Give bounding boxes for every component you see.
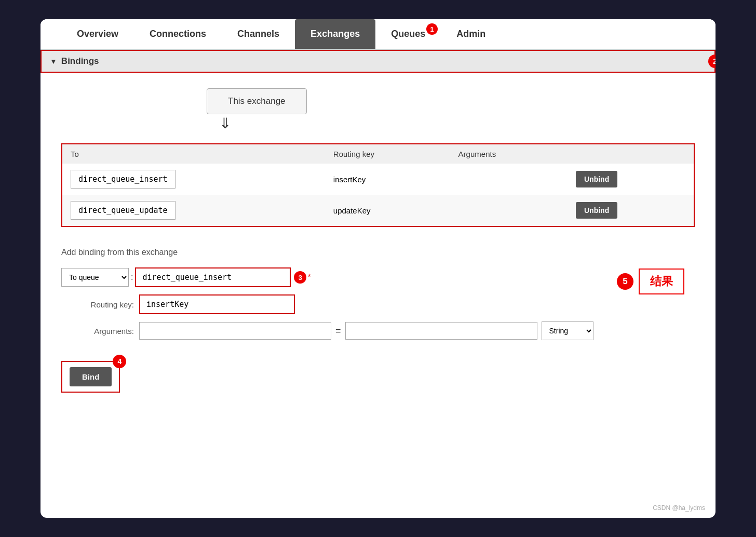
required-star: *: [307, 273, 310, 282]
bindings-title: Bindings: [61, 56, 99, 66]
nav-exchanges[interactable]: Exchanges: [295, 19, 375, 49]
unbind-cell-2: Unbind: [568, 195, 694, 226]
col-header-routing-key: Routing key: [325, 144, 450, 164]
unbind-button-2[interactable]: Unbind: [576, 202, 617, 219]
arguments-type-select[interactable]: String Number Boolean: [542, 321, 593, 340]
queue-cell-1: direct_queue_insert: [62, 164, 325, 195]
queues-badge: 1: [426, 23, 438, 35]
queue-cell-2: direct_queue_update: [62, 195, 325, 226]
add-binding-section: Add binding from this exchange To queue …: [61, 248, 695, 393]
routing-key-label: Routing key:: [61, 300, 134, 309]
col-header-action: [568, 144, 694, 164]
equals-sign: =: [335, 326, 341, 337]
routing-key-row: Routing key:: [61, 294, 695, 314]
nav-channels[interactable]: Channels: [222, 19, 295, 49]
destination-type-select[interactable]: To queue To exchange: [61, 268, 129, 287]
colon-separator: :: [131, 273, 133, 282]
bindings-badge: 2: [708, 55, 716, 68]
add-binding-title: Add binding from this exchange: [61, 248, 695, 257]
queue-name-input[interactable]: [135, 267, 291, 287]
step-3-badge: 3: [294, 271, 306, 284]
bindings-table: To Routing key Arguments direct_queue_in…: [62, 144, 694, 226]
exchange-box: This exchange: [207, 88, 307, 114]
result-section: 5 结果: [617, 268, 684, 294]
bindings-diagram: This exchange ⇓: [207, 88, 695, 133]
nav-queues[interactable]: Queues 1: [375, 19, 441, 49]
col-header-to: To: [62, 144, 325, 164]
bind-button[interactable]: Bind: [70, 367, 112, 386]
bindings-section-header[interactable]: ▼ Bindings 2: [40, 50, 716, 73]
table-row: direct_queue_insert insertKey Unbind: [62, 164, 694, 195]
nav-overview[interactable]: Overview: [61, 19, 134, 49]
navigation: Overview Connections Channels Exchanges …: [40, 19, 716, 50]
arguments-row: Arguments: = String Number Boolean: [61, 321, 695, 340]
arguments-cell-2: [450, 195, 568, 226]
unbind-button-1[interactable]: Unbind: [576, 171, 617, 187]
step-4-badge: 4: [113, 355, 126, 368]
main-content: ▼ Bindings 2 This exchange ⇓ To Routing …: [40, 50, 716, 413]
routing-key-cell-2: updateKey: [325, 195, 450, 226]
arguments-cell-1: [450, 164, 568, 195]
arrow-down-icon: ⇓: [219, 116, 231, 131]
col-header-arguments: Arguments: [450, 144, 568, 164]
collapse-triangle-icon: ▼: [50, 57, 57, 65]
watermark: CSDN @ha_lydms: [653, 504, 705, 512]
nav-admin[interactable]: Admin: [441, 19, 501, 49]
arguments-key-input[interactable]: [139, 322, 331, 340]
table-row: direct_queue_update updateKey Unbind: [62, 195, 694, 226]
to-queue-row: To queue To exchange : 3 *: [61, 267, 695, 287]
result-box: 结果: [639, 268, 684, 294]
routing-key-input[interactable]: [139, 294, 295, 314]
unbind-cell-1: Unbind: [568, 164, 694, 195]
bindings-table-wrapper: To Routing key Arguments direct_queue_in…: [61, 143, 695, 227]
queue-name-2: direct_queue_update: [71, 201, 176, 220]
routing-key-cell-1: insertKey: [325, 164, 450, 195]
arguments-value-input[interactable]: [345, 322, 537, 340]
nav-connections[interactable]: Connections: [134, 19, 222, 49]
step-5-badge: 5: [617, 273, 633, 290]
queue-name-1: direct_queue_insert: [71, 170, 176, 189]
bind-button-wrapper: Bind 4: [61, 361, 120, 393]
arguments-label: Arguments:: [61, 327, 134, 335]
